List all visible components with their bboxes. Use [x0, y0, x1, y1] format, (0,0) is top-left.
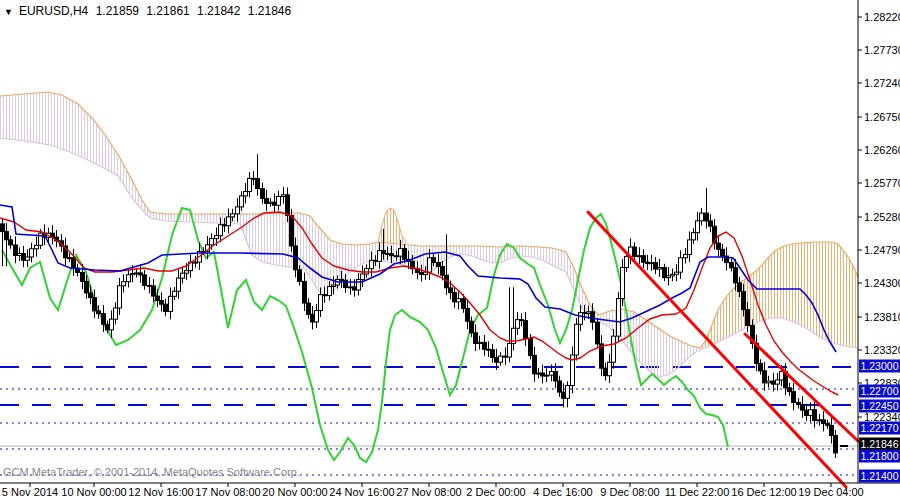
candle-body	[466, 308, 470, 321]
candle-body	[483, 342, 487, 349]
candle-body	[524, 321, 528, 339]
candle-body	[14, 245, 18, 255]
candle-body	[612, 336, 616, 362]
candle-body	[830, 425, 834, 435]
candle-body	[495, 358, 499, 363]
candle-body	[307, 303, 311, 314]
candle-body	[181, 273, 185, 278]
candle-body	[813, 410, 817, 421]
candle-body	[684, 255, 688, 258]
time-tick-label: 24 Nov 16:00	[329, 486, 394, 498]
candle-body	[340, 279, 344, 280]
candle-body	[746, 310, 750, 326]
candle-body	[432, 258, 436, 263]
candle-body	[545, 375, 549, 376]
candle-body	[730, 263, 734, 268]
candle-body	[617, 299, 621, 337]
candle-body	[1, 224, 5, 232]
candle-body	[671, 274, 675, 276]
candle-body	[516, 320, 520, 329]
candle-body	[474, 333, 478, 344]
time-tick-label: 5 Nov 2014	[2, 486, 58, 498]
candle-body	[102, 314, 106, 325]
candle-body	[734, 268, 738, 283]
candle-body	[550, 372, 554, 376]
candle-body	[353, 287, 357, 290]
candle-body	[529, 338, 533, 355]
time-tick-label: 9 Dec 08:00	[600, 486, 659, 498]
candle-body	[236, 207, 240, 214]
price-tick-label: 1.26260	[864, 144, 900, 156]
candle-body	[282, 195, 286, 197]
candle-body	[428, 258, 432, 272]
candle-body	[349, 287, 353, 288]
candle-body	[453, 293, 457, 302]
price-tick-label: 1.23320	[864, 344, 900, 356]
candle-body	[709, 221, 713, 226]
candle-body	[776, 380, 780, 384]
candle-body	[457, 299, 461, 302]
candle-body	[700, 213, 704, 221]
candle-body	[85, 281, 89, 292]
candle-body	[596, 322, 600, 344]
candle-body	[315, 311, 319, 322]
candle-body	[441, 266, 445, 275]
candle-body	[705, 213, 709, 221]
candle-body	[591, 312, 595, 322]
candle-body	[156, 296, 160, 300]
candle-body	[328, 287, 332, 296]
time-tick-label: 12 Nov 16:00	[128, 486, 193, 498]
candle-body	[566, 386, 570, 399]
candle-body	[127, 275, 131, 282]
candle-body	[269, 202, 273, 203]
candle-body	[797, 402, 801, 404]
candle-body	[169, 296, 173, 311]
candle-body	[18, 254, 22, 256]
candle-body	[122, 282, 126, 286]
time-tick-label: 10 Nov 00:00	[61, 486, 126, 498]
candle-body	[361, 274, 365, 279]
candle-body	[696, 221, 700, 233]
price-tick-label: 1.24790	[864, 244, 900, 256]
candle-body	[604, 368, 608, 375]
candle-body	[311, 314, 315, 322]
candle-body	[378, 251, 382, 262]
chart-canvas[interactable]	[0, 0, 900, 500]
candle-body	[822, 420, 826, 424]
candle-body	[470, 321, 474, 333]
candle-body	[240, 196, 244, 207]
candle-body	[173, 291, 177, 296]
candle-body	[135, 273, 139, 274]
candle-body	[227, 217, 231, 226]
candle-body	[717, 243, 721, 249]
candle-body	[688, 240, 692, 255]
time-tick-label: 4 Dec 16:00	[533, 486, 592, 498]
candle-body	[692, 233, 696, 240]
candle-body	[763, 371, 767, 383]
candle-body	[399, 249, 403, 257]
symbol-ohlc-title: ▼EURUSD,H4 1.21859 1.21861 1.21842 1.218…	[4, 4, 295, 18]
candle-body	[160, 301, 164, 305]
time-tick-label: 11 Dec 22:00	[665, 486, 730, 498]
candle-body	[654, 263, 658, 269]
candle-body	[663, 268, 667, 278]
candle-body	[675, 272, 679, 274]
candle-body	[575, 324, 579, 355]
level-price-label: 1.22170	[859, 422, 900, 435]
candle-body	[139, 273, 143, 275]
candle-body	[587, 312, 591, 314]
candle-body	[110, 319, 114, 330]
candle-body	[5, 232, 9, 240]
candle-body	[89, 293, 93, 298]
dropdown-arrow-icon[interactable]: ▼	[4, 7, 13, 17]
level-price-label: 1.21400	[859, 470, 900, 483]
level-price-label: 1.23000	[859, 360, 900, 373]
candle-body	[767, 381, 771, 383]
candle-body	[533, 355, 537, 373]
candle-body	[642, 256, 646, 263]
candle-body	[273, 202, 277, 205]
candle-body	[298, 270, 302, 282]
candle-body	[562, 392, 566, 398]
copyright-text: GCM MetaTrader, © 2001-2014, MetaQuotes …	[3, 466, 300, 478]
candle-body	[491, 350, 495, 358]
